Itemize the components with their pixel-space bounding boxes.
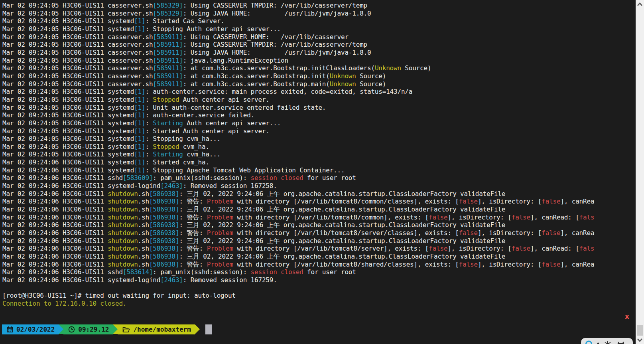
- folder-icon: [122, 326, 130, 333]
- terminal-window: Mar 02 09:24:05 H3C06-UIS11 casserver.sh…: [0, 0, 644, 344]
- log-line: Mar 02 09:24:05 H3C06-UIS11 casserver.sh…: [2, 64, 636, 72]
- statusbar-text: 02/03/2022: [16, 326, 55, 333]
- log-line: Mar 02 09:24:06 H3C06-UIS11 shutdown.sh[…: [2, 229, 636, 237]
- log-line: Mar 02 09:24:05 H3C06-UIS11 systemd[1]: …: [2, 135, 636, 143]
- log-line: Mar 02 09:24:06 H3C06-UIS11 systemd[1]: …: [2, 158, 636, 166]
- quick-toolbar[interactable]: [581, 338, 633, 344]
- powerline-arrow-icon: [195, 324, 200, 334]
- powerline-arrow-icon: [113, 324, 118, 334]
- circle-ring-icon[interactable]: [585, 340, 593, 344]
- log-line: Mar 02 09:24:05 H3C06-UIS11 casserver.sh…: [2, 80, 636, 88]
- log-line: Mar 02 09:24:05 H3C06-UIS11 systemd[1]: …: [2, 119, 636, 127]
- log-line: Mar 02 09:24:05 H3C06-UIS11 systemd[1]: …: [2, 150, 636, 158]
- log-line: Mar 02 09:24:05 H3C06-UIS11 casserver.sh…: [2, 33, 636, 41]
- terminal-output[interactable]: Mar 02 09:24:05 H3C06-UIS11 casserver.sh…: [0, 0, 636, 344]
- starburst-icon[interactable]: [604, 340, 612, 344]
- scroll-down-icon[interactable]: [636, 336, 643, 343]
- clock-icon: [68, 326, 75, 333]
- log-line: Mar 02 09:24:05 H3C06-UIS11 casserver.sh…: [2, 72, 636, 80]
- log-line: Mar 02 09:24:05 H3C06-UIS11 systemd[1]: …: [2, 96, 636, 104]
- log-line: [2, 284, 636, 292]
- log-line: Mar 02 09:24:05 H3C06-UIS11 casserver.sh…: [2, 49, 636, 57]
- log-line: Mar 02 09:24:06 H3C06-UIS11 shutdown.sh[…: [2, 221, 636, 229]
- log-line: Mar 02 09:24:06 H3C06-UIS11 shutdown.sh[…: [2, 237, 636, 245]
- log-line: [root@H3C06-UIS11 ~]# timed out waiting …: [2, 292, 636, 300]
- log-line: Mar 02 09:24:05 H3C06-UIS11 systemd[1]: …: [2, 111, 636, 119]
- log-line: Mar 02 09:24:05 H3C06-UIS11 systemd[1]: …: [2, 127, 636, 135]
- log-line: Mar 02 09:24:06 H3C06-UIS11 systemd[1]: …: [2, 166, 636, 174]
- log-line: Mar 02 09:24:06 H3C06-UIS11 shutdown.sh[…: [2, 245, 636, 253]
- statusbar-text: 09:29.12: [78, 326, 109, 333]
- statusbar-segment-clock: 09:29.12: [63, 324, 113, 334]
- log-line: Mar 02 09:24:06 H3C06-UIS11 systemd-logi…: [2, 182, 636, 190]
- powerline-arrow-icon: [59, 324, 63, 334]
- log-line: Mar 02 09:24:05 H3C06-UIS11 casserver.sh…: [2, 41, 636, 49]
- cat-icon[interactable]: [616, 340, 626, 344]
- terminal-cursor: [205, 324, 212, 334]
- log-line: Mar 02 09:24:05 H3C06-UIS11 systemd[1]: …: [2, 17, 636, 25]
- statusbar-segment-folder: /home/mobaxterm: [118, 324, 195, 334]
- scrollbar[interactable]: [636, 0, 644, 344]
- statusbar-text: /home/mobaxterm: [133, 326, 191, 333]
- dot-icon[interactable]: [597, 342, 600, 344]
- log-line: Mar 02 09:24:06 H3C06-UIS11 shutdown.sh[…: [2, 190, 636, 198]
- log-line: Mar 02 09:24:05 H3C06-UIS11 systemd[1]: …: [2, 88, 636, 96]
- log-line: Mar 02 09:24:05 H3C06-UIS11 systemd[1]: …: [2, 143, 636, 151]
- log-line: Mar 02 09:24:05 H3C06-UIS11 systemd[1]: …: [2, 104, 636, 112]
- log-line: Mar 02 09:24:05 H3C06-UIS11 casserver.sh…: [2, 57, 636, 65]
- log-line: Mar 02 09:24:06 H3C06-UIS11 shutdown.sh[…: [2, 198, 636, 206]
- log-line: Mar 02 09:24:06 H3C06-UIS11 sshd[583609]…: [2, 174, 636, 182]
- log-line: Mar 02 09:24:06 H3C06-UIS11 shutdown.sh[…: [2, 214, 636, 221]
- log-line: Mar 02 09:24:05 H3C06-UIS11 casserver.sh…: [2, 2, 636, 10]
- log-line: Connection to 172.16.0.10 closed.: [2, 300, 636, 308]
- log-line: Mar 02 09:24:06 H3C06-UIS11 shutdown.sh[…: [2, 253, 636, 261]
- scrollbar-thumb[interactable]: [637, 325, 643, 336]
- scroll-up-icon[interactable]: [636, 1, 643, 8]
- close-icon[interactable]: x: [625, 312, 629, 320]
- log-line: Mar 02 09:24:06 H3C06-UIS11 systemd-logi…: [2, 276, 636, 284]
- statusbar-segment-calendar: 02/03/2022: [2, 324, 59, 334]
- log-line: Mar 02 09:24:06 H3C06-UIS11 shutdown.sh[…: [2, 261, 636, 269]
- log-line: Mar 02 09:24:05 H3C06-UIS11 casserver.sh…: [2, 10, 636, 18]
- calendar-icon: [7, 326, 13, 333]
- log-line: Mar 02 09:24:06 H3C06-UIS11 sshd[583614]…: [2, 268, 636, 276]
- log-line: Mar 02 09:24:05 H3C06-UIS11 systemd[1]: …: [2, 25, 636, 33]
- prompt-statusbar: 02/03/202209:29.12/home/mobaxterm: [2, 324, 212, 334]
- log-line: Mar 02 09:24:06 H3C06-UIS11 shutdown.sh[…: [2, 206, 636, 214]
